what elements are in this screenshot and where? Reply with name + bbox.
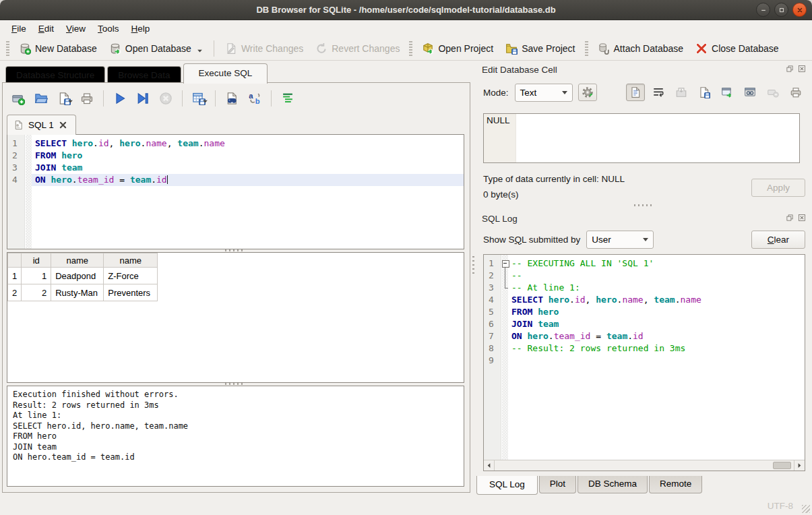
close-database-button[interactable]: Close Database xyxy=(689,40,785,57)
tab-plot[interactable]: Plot xyxy=(539,476,576,493)
editor-line[interactable]: 4ON hero.team_id = team.id xyxy=(7,174,464,186)
titlebar[interactable]: DB Browser for SQLite - /home/user/code/… xyxy=(0,0,812,20)
close-button[interactable] xyxy=(792,3,807,17)
open-in-external-app-button[interactable] xyxy=(718,84,737,101)
open-project-button[interactable]: Open Project xyxy=(416,40,499,57)
mode-select[interactable]: Text xyxy=(515,84,573,102)
float-panel-button[interactable] xyxy=(785,64,794,73)
column-header-name-2[interactable]: name xyxy=(104,253,158,268)
log-line[interactable]: 4SELECT hero.id, hero.name, team.name xyxy=(484,294,805,306)
scrollbar-thumb[interactable] xyxy=(773,462,791,469)
vertical-splitter[interactable] xyxy=(472,256,474,276)
editor-code-area[interactable]: 1SELECT hero.id, hero.name, team.name2FR… xyxy=(7,138,464,186)
print-cell-button[interactable] xyxy=(786,84,805,101)
editor-line[interactable]: 2FROM hero xyxy=(7,150,464,162)
open-new-tab-button[interactable] xyxy=(8,89,28,108)
close-panel-button[interactable] xyxy=(797,213,807,222)
sql-toolbar: ab xyxy=(8,88,298,109)
editor-line[interactable]: 1SELECT hero.id, hero.name, team.name xyxy=(7,138,464,150)
write-changes-button: Write Changes xyxy=(219,40,309,57)
save-sql-file-button[interactable] xyxy=(54,89,74,108)
tab-browse-data[interactable]: Browse Data xyxy=(107,66,181,84)
table-row[interactable]: 11DeadpondZ-Force xyxy=(8,268,158,284)
column-header-name-1[interactable]: name xyxy=(51,253,104,268)
text-view-button[interactable] xyxy=(626,84,645,101)
fold-marker[interactable] xyxy=(501,258,508,270)
column-header-id-0[interactable]: id xyxy=(22,253,51,268)
find-button[interactable] xyxy=(222,89,242,108)
log-line[interactable]: 3-- At line 1: xyxy=(484,282,805,294)
table-corner-cell[interactable] xyxy=(8,253,22,268)
horizontal-scrollbar[interactable] xyxy=(484,460,805,471)
editor-line[interactable]: 3JOIN team xyxy=(7,162,464,174)
bottom-tabs: SQL LogPlotDB SchemaRemote xyxy=(476,476,704,495)
row-header-cell[interactable]: 2 xyxy=(8,284,22,301)
write-changes-label: Write Changes xyxy=(241,43,303,54)
menu-tools[interactable]: Tools xyxy=(92,22,125,35)
toolbar-separator xyxy=(103,90,104,107)
log-line[interactable]: 1-- EXECUTING ALL IN 'SQL 1' xyxy=(484,258,805,270)
float-panel-button[interactable] xyxy=(785,213,794,222)
menu-view[interactable]: View xyxy=(60,22,92,35)
execution-output[interactable]: Execution finished without errors. Resul… xyxy=(7,386,464,487)
log-line[interactable]: 9 xyxy=(484,355,805,367)
save-results-button[interactable] xyxy=(189,89,209,108)
filter-select[interactable]: User xyxy=(586,231,654,249)
copy-link-button[interactable] xyxy=(741,84,759,101)
sql-editor[interactable]: 1SELECT hero.id, hero.name, team.name2FR… xyxy=(7,134,464,249)
tab-database-structure[interactable]: Database Structure xyxy=(5,66,105,84)
attach-database-button[interactable]: Attach Database xyxy=(592,40,690,57)
log-line[interactable]: 5FROM hero xyxy=(484,306,805,318)
open-database-button[interactable]: Open Database xyxy=(103,40,209,57)
table-row[interactable]: 22Rusty-ManPreventers xyxy=(8,284,158,301)
splitter-handle[interactable] xyxy=(225,383,245,385)
tab-close-icon[interactable] xyxy=(59,121,67,129)
print-button[interactable] xyxy=(77,89,97,108)
table-cell[interactable]: Deadpond xyxy=(51,268,104,284)
word-wrap-button[interactable] xyxy=(649,84,668,101)
export-data-button[interactable] xyxy=(695,84,714,101)
tab-db-schema[interactable]: DB Schema xyxy=(577,476,648,493)
scroll-right-button[interactable] xyxy=(794,460,805,471)
table-cell[interactable]: 1 xyxy=(22,268,51,284)
cell-editor[interactable]: NULL xyxy=(483,113,800,163)
execute-all-button[interactable] xyxy=(110,89,130,108)
resize-grip[interactable] xyxy=(802,505,810,513)
menu-file[interactable]: File xyxy=(5,22,32,35)
fold-marker[interactable] xyxy=(501,270,508,282)
tab-remote[interactable]: Remote xyxy=(649,476,702,493)
line-number: 2 xyxy=(7,150,25,162)
menu-edit[interactable]: Edit xyxy=(32,22,60,35)
apply-mode-button[interactable] xyxy=(578,84,597,101)
sql-log-view[interactable]: 1-- EXECUTING ALL IN 'SQL 1'2--3-- At li… xyxy=(483,254,805,471)
splitter-handle[interactable] xyxy=(225,249,245,251)
log-line[interactable]: 2-- xyxy=(484,270,805,282)
apply-button[interactable]: Apply xyxy=(751,179,805,197)
fold-marker[interactable] xyxy=(501,282,508,294)
chevron-down-icon[interactable] xyxy=(197,49,203,53)
menu-help[interactable]: Help xyxy=(125,22,156,35)
table-cell[interactable]: Rusty-Man xyxy=(51,284,104,301)
find-replace-button[interactable]: ab xyxy=(245,89,265,108)
tab-sql-log[interactable]: SQL Log xyxy=(476,476,538,495)
new-database-button[interactable]: New Database xyxy=(13,40,103,57)
close-panel-button[interactable] xyxy=(797,64,807,73)
sql-doc-tab[interactable]: SQL 1 xyxy=(7,115,76,135)
maximize-button[interactable] xyxy=(774,3,788,17)
log-line[interactable]: 6JOIN team xyxy=(484,318,805,330)
minimize-button[interactable] xyxy=(756,3,770,17)
clear-button[interactable]: Clear xyxy=(751,231,805,249)
log-line[interactable]: 7ON hero.team_id = team.id xyxy=(484,330,805,342)
table-cell[interactable]: 2 xyxy=(22,284,51,301)
table-cell[interactable]: Preventers xyxy=(104,284,158,301)
row-header-cell[interactable]: 1 xyxy=(8,268,22,284)
splitter-handle[interactable] xyxy=(634,204,654,206)
execute-current-line-button[interactable] xyxy=(133,89,153,108)
scroll-left-button[interactable] xyxy=(484,460,495,471)
format-sql-button[interactable] xyxy=(278,89,298,108)
save-project-button[interactable]: Save Project xyxy=(499,40,581,57)
tab-execute-sql[interactable]: Execute SQL xyxy=(183,63,268,84)
log-line[interactable]: 8-- Result: 2 rows returned in 3ms xyxy=(484,342,805,355)
open-sql-file-button[interactable] xyxy=(31,89,51,108)
table-cell[interactable]: Z-Force xyxy=(104,268,158,284)
